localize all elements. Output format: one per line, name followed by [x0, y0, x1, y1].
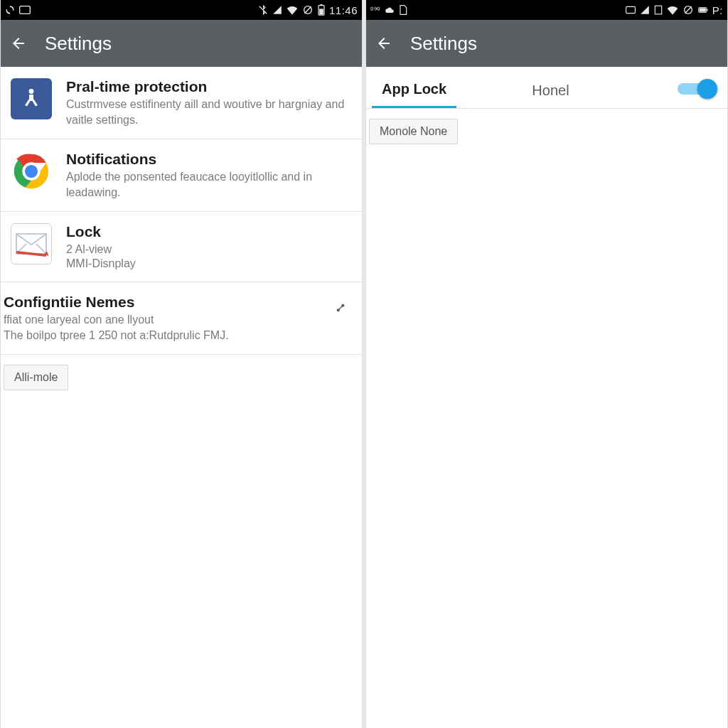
tab-app-lock[interactable]: App Lock	[372, 70, 456, 108]
mail-icon	[11, 223, 52, 264]
signal-icon	[272, 5, 282, 15]
card-icon	[19, 6, 31, 14]
page-title: Settings	[45, 33, 112, 55]
back-button[interactable]	[9, 34, 28, 53]
card-icon	[626, 6, 636, 14]
tab-bar: App Lock Honel	[366, 67, 727, 109]
svg-rect-17	[707, 9, 707, 11]
row-subtitle: 2 Al-view	[66, 242, 350, 257]
status-clock: 11:46	[329, 4, 358, 16]
svg-rect-4	[320, 4, 322, 6]
status-bar: 11:46	[1, 0, 362, 20]
external-icon	[335, 302, 346, 317]
bluetooth-off-icon	[258, 5, 268, 15]
status-clock: P:	[712, 4, 723, 16]
svg-rect-12	[626, 6, 635, 13]
status-bar: ⁰⁹⁰	[366, 0, 727, 20]
svg-rect-3	[319, 9, 323, 14]
svg-point-5	[29, 89, 34, 94]
applock-toggle[interactable]	[678, 79, 714, 99]
cloud-icon	[385, 6, 395, 14]
row-title: Configntiie Nemes	[4, 294, 350, 311]
row-title: Notifications	[66, 151, 350, 168]
row-notifications[interactable]: Notifications Aplode the ponsented feauc…	[1, 139, 362, 212]
row-subtitle: Aplode the ponsented feaucace looyitloll…	[66, 169, 350, 200]
battery-icon	[698, 6, 708, 14]
row-subtitle-2: MMI-Disnplay	[66, 257, 350, 270]
chip-allimole[interactable]: Alli-mole	[4, 365, 68, 390]
row-title: Lock	[66, 223, 350, 240]
svg-rect-13	[655, 6, 661, 14]
accessibility-icon	[11, 78, 52, 119]
tab-honel[interactable]: Honel	[522, 71, 579, 107]
chrome-icon	[11, 151, 52, 192]
app-bar: Settings	[366, 20, 727, 67]
settings-list: Pral-time protection Custrmvese estifine…	[1, 67, 362, 728]
svg-rect-0	[20, 6, 31, 14]
back-button[interactable]	[375, 34, 393, 53]
signal-icon	[640, 5, 650, 15]
battery-icon	[318, 4, 325, 16]
num-icon: ⁰⁹⁰	[370, 6, 380, 15]
row-realtime-protection[interactable]: Pral-time protection Custrmvese estifine…	[1, 67, 362, 139]
applock-content: App Lock Honel Monole None	[366, 67, 727, 728]
no-data-icon	[302, 5, 314, 15]
chip-monole-none[interactable]: Monole None	[369, 119, 458, 144]
right-screen: ⁰⁹⁰	[365, 0, 728, 728]
row-subtitle: Custrmvese estifinenty aill and woutive …	[66, 97, 350, 127]
row-config-names[interactable]: Configntiie Nemes ffiat one laryeal con …	[1, 282, 362, 355]
page-icon	[399, 5, 407, 15]
svg-rect-16	[699, 8, 705, 11]
row-title: Pral-time protection	[66, 78, 350, 95]
blank-icon	[654, 5, 663, 15]
wifi-icon	[287, 5, 298, 15]
row-lock[interactable]: Lock 2 Al-view MMI-Disnplay	[1, 212, 362, 282]
page-title: Settings	[410, 33, 477, 55]
sync-icon	[5, 5, 15, 15]
wifi-icon	[667, 5, 678, 15]
left-screen: 11:46 Settings Pral-time protection Cust…	[0, 0, 363, 728]
app-bar: Settings	[1, 20, 362, 67]
row-line1: ffiat one laryeal con ane llyout	[4, 312, 350, 328]
no-data-icon	[682, 5, 694, 15]
row-line2: The boilpo tpree 1 250 not a:Rutdprulic …	[4, 328, 350, 343]
